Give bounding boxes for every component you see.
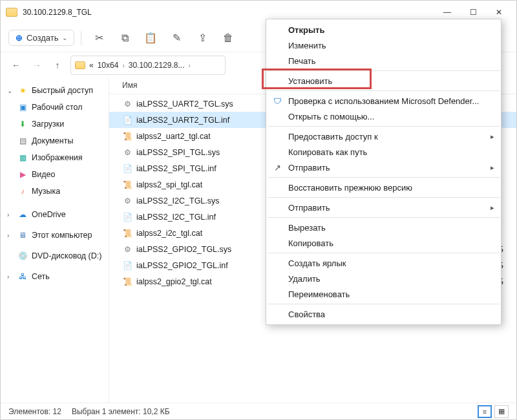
sidebar-item-videos[interactable]: ▶ Видео [1,166,109,183]
separator [268,90,500,91]
plus-icon: ⊕ [16,33,23,43]
ctx-copy[interactable]: Копировать [266,235,501,251]
separator [268,253,500,253]
file-name: ialpss2_spi_tgl.cat [136,180,202,189]
ctx-print[interactable]: Печать [266,53,501,68]
file-name: iaLPSS2_SPI_TGL.sys [136,148,220,157]
new-button-label: Создать [26,33,58,43]
sidebar-label: Рабочий стол [32,103,82,112]
breadcrumb-1[interactable]: 10x64 [98,61,119,70]
share-icon: ↗ [271,163,283,173]
sidebar-label: Быстрый доступ [32,86,93,95]
file-icon: ⚙ [122,147,132,158]
sidebar-label: Документы [32,136,73,145]
document-icon: ▤ [17,136,28,146]
chevron-right-icon: › [7,232,14,239]
sidebar-item-pictures[interactable]: ▦ Изображения [1,149,109,166]
file-icon: 📜 [122,228,132,238]
music-icon: ♪ [17,186,28,196]
picture-icon: ▦ [17,152,28,163]
ctx-open[interactable]: Открыть [266,22,501,37]
chevron-down-icon: ⌄ [62,34,67,41]
sidebar-item-documents[interactable]: ▤ Документы [1,132,109,149]
paste-icon[interactable]: 📋 [140,28,162,48]
sidebar-item-desktop[interactable]: ▣ Рабочий стол [1,99,109,116]
folder-icon [6,8,17,17]
sidebar-label: Музыка [32,187,60,196]
ctx-send-to[interactable]: Отправить [266,200,501,215]
file-name: iaLPSS2_UART2_TGL.inf [136,116,229,125]
ctx-cut[interactable]: Вырезать [266,220,501,235]
view-icons-button[interactable]: ▦ [494,405,509,418]
share-icon[interactable]: ⇪ [191,28,213,48]
ctx-edit[interactable]: Изменить [266,37,501,53]
up-button[interactable]: ↑ [50,58,65,73]
copy-icon[interactable]: ⧉ [114,28,136,48]
sidebar-label: Видео [32,170,56,179]
sidebar-label: Изображения [32,153,83,162]
sidebar-item-quick-access[interactable]: ⌄ ★ Быстрый доступ [1,82,109,99]
sidebar-label: Загрузки [32,120,64,129]
view-details-button[interactable]: ≡ [478,405,492,418]
status-count: Элементов: 12 [8,407,61,416]
chevron-right-icon: › [7,273,14,280]
cut-icon[interactable]: ✂ [88,28,110,48]
sidebar-item-downloads[interactable]: ⬇ Загрузки [1,116,109,132]
video-icon: ▶ [17,169,28,180]
file-icon: 📜 [122,180,132,190]
context-menu: Открыть Изменить Печать Установить 🛡Пров… [266,19,501,325]
sidebar-item-dvd[interactable]: 💿 DVD-дисковод (D:) [1,247,109,264]
file-icon: 📜 [122,131,132,142]
sidebar-label: OneDrive [32,210,66,219]
file-name: iaLPSS2_GPIO2_TGL.sys [136,245,231,254]
sidebar: ⌄ ★ Быстрый доступ ▣ Рабочий стол ⬇ Загр… [1,78,109,403]
separator [268,197,500,198]
ctx-restore-version[interactable]: Восстановить прежнюю версию [266,180,501,195]
folder-icon [75,61,85,69]
separator [268,304,500,304]
status-selection: Выбран 1 элемент: 10,2 КБ [72,407,170,416]
file-name: iaLPSS2_SPI_TGL.inf [136,164,216,173]
divider [81,31,81,45]
ctx-open-with[interactable]: Открыть с помощью... [266,109,501,124]
ctx-give-access[interactable]: Предоставить доступ к [266,129,501,144]
chevron-icon: › [188,62,190,69]
sidebar-label: DVD-дисковод (D:) [32,251,101,260]
status-bar: Элементов: 12 Выбран 1 элемент: 10,2 КБ … [1,403,516,419]
shield-icon: 🛡 [271,96,283,106]
pc-icon: 🖥 [17,230,28,240]
ctx-create-shortcut[interactable]: Создать ярлык [266,255,501,271]
disc-icon: 💿 [17,251,28,261]
ctx-rename[interactable]: Переименовать [266,286,501,302]
sidebar-item-onedrive[interactable]: › ☁ OneDrive [1,206,109,223]
breadcrumb-2[interactable]: 30.100.2129.8... [129,61,185,70]
file-icon: ⚙ [122,244,132,255]
file-icon: ⚙ [122,99,132,109]
ctx-copy-path[interactable]: Копировать как путь [266,144,501,160]
file-name: ialpss2_gpio2_tgl.cat [136,277,212,286]
file-name: iaLPSS2_UART2_TGL.sys [136,100,233,109]
rename-icon[interactable]: ✎ [165,28,187,48]
file-icon: 📄 [122,212,132,222]
file-name: iaLPSS2_GPIO2_TGL.inf [136,261,228,270]
file-icon: ⚙ [122,196,132,206]
new-button[interactable]: ⊕ Создать ⌄ [8,30,74,46]
sidebar-label: Сеть [32,272,50,281]
address-bar[interactable]: « 10x64 › 30.100.2129.8... › [70,56,226,75]
ctx-defender[interactable]: 🛡Проверка с использованием Microsoft Def… [266,93,501,109]
forward-button[interactable]: → [29,58,45,73]
separator [268,217,500,218]
star-icon: ★ [17,85,28,96]
column-header-name[interactable]: Имя [122,81,137,90]
sidebar-item-music[interactable]: ♪ Музыка [1,183,109,200]
ctx-send[interactable]: ↗Отправить [266,160,501,175]
ctx-properties[interactable]: Свойства [266,306,501,322]
back-button[interactable]: ← [8,58,24,73]
separator [268,126,500,127]
sidebar-item-network[interactable]: › 🖧 Сеть [1,268,109,285]
sidebar-item-this-pc[interactable]: › 🖥 Этот компьютер [1,227,109,244]
delete-icon[interactable]: 🗑 [217,28,239,48]
separator [268,177,500,178]
ctx-delete[interactable]: Удалить [266,271,501,286]
network-icon: 🖧 [17,271,28,282]
